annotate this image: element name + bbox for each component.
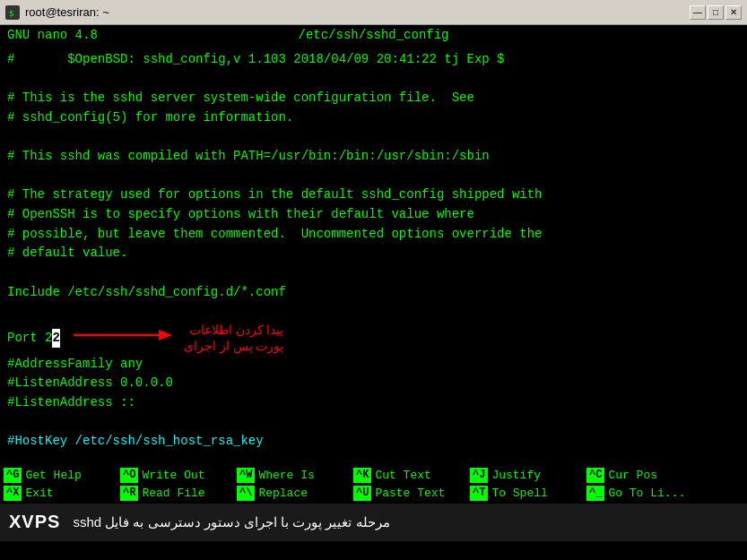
nano-filename: /etc/ssh/sshd_config: [199, 27, 548, 45]
nano-command-label: Cut Text: [375, 468, 430, 484]
xvps-logo: XVPS: [9, 512, 60, 532]
nano-command-key: ^R: [120, 486, 138, 501]
branding-description: مرحله تغییر پورت با اجرای دستور دسترسی ب…: [73, 514, 389, 530]
nano-command-label: Get Help: [25, 468, 81, 484]
nano-command-key: ^X: [4, 486, 22, 501]
nano-command-key: ^O: [120, 468, 138, 483]
nano-command-key: ^K: [353, 468, 371, 483]
nano-command-key: ^_: [586, 486, 604, 501]
title-bar-left: $ root@tesriran: ~: [5, 5, 109, 20]
minimize-button[interactable]: —: [690, 5, 706, 20]
nano-command: ^_Go To Li...: [583, 485, 699, 503]
title-bar: $ root@tesriran: ~ — □ ✕: [0, 0, 747, 25]
port-annotation: پیدا کردن اطلاعاتپورت پس از اجرای: [184, 322, 284, 354]
nano-command-label: Go To Li...: [608, 486, 685, 502]
window-controls: — □ ✕: [690, 5, 742, 20]
red-arrow-icon: [69, 324, 177, 353]
close-button[interactable]: ✕: [725, 5, 742, 20]
nano-command-label: Write Out: [142, 468, 204, 484]
nano-command: ^\Replace: [233, 485, 350, 503]
terminal-icon: $: [5, 5, 20, 20]
editor-line: # $OpenBSD: sshd_config,v 1.103 2018/04/…: [7, 50, 740, 70]
editor-line: # sshd_config(5) for more information.: [7, 108, 740, 128]
nano-command: ^JJustify: [466, 467, 583, 485]
editor-line: [7, 167, 740, 186]
editor-line: Include /etc/ssh/sshd_config.d/*.conf: [7, 283, 740, 303]
editor-line: # OpenSSH is to specify options with the…: [7, 205, 740, 225]
logo-x: X: [9, 512, 22, 531]
nano-command: ^OWrite Out: [117, 467, 233, 485]
editor-line: #HostKey /etc/ssh/ssh_host_rsa_key: [7, 432, 740, 452]
editor-line: [7, 413, 740, 433]
logo-vps: VPS: [22, 512, 60, 531]
nano-command-label: Cur Pos: [608, 468, 657, 484]
nano-command-label: Exit: [25, 486, 53, 502]
nano-command: ^TTo Spell: [466, 485, 583, 503]
nano-command: ^KCut Text: [350, 467, 466, 485]
maximize-button[interactable]: □: [708, 5, 724, 20]
port-cursor: 2: [52, 329, 59, 349]
nano-command-key: ^J: [470, 468, 488, 483]
nano-command: ^XExit: [0, 485, 117, 503]
editor-line: #ListenAddress ::: [7, 393, 740, 413]
nano-command-label: Justify: [491, 468, 541, 484]
editor-line: [7, 127, 740, 147]
nano-command-key: ^\: [237, 486, 255, 501]
port-line: Port 22 پیدا کردن اطلاعاتپورت پس از اجرا…: [7, 322, 740, 354]
svg-text:$: $: [9, 9, 13, 18]
window-title: root@tesriran: ~: [25, 5, 109, 19]
svg-marker-3: [159, 330, 172, 340]
nano-command-label: Replace: [258, 486, 308, 502]
nano-command: ^UPaste Text: [350, 485, 466, 503]
branding-bar: XVPS مرحله تغییر پورت با اجرای دستور دست…: [0, 504, 747, 541]
nano-command-key: ^G: [4, 468, 22, 483]
editor-content[interactable]: # $OpenBSD: sshd_config,v 1.103 2018/04/…: [0, 47, 747, 466]
port-prefix: Port 2: [7, 329, 52, 349]
nano-command-key: ^C: [586, 468, 604, 483]
editor-line: [7, 303, 740, 323]
nano-command: ^CCur Pos: [583, 467, 699, 485]
nano-command-label: To Spell: [491, 486, 547, 502]
editor-line: [7, 263, 740, 283]
editor-line: # default value.: [7, 244, 740, 263]
editor-line: # This is the sshd server system-wide co…: [7, 89, 740, 108]
nano-command: ^RRead File: [117, 485, 233, 503]
editor-line: #AddressFamily any: [7, 355, 740, 375]
nano-command-label: Read File: [142, 486, 204, 502]
nano-command-key: ^U: [353, 486, 371, 501]
nano-command-key: ^W: [237, 468, 255, 483]
nano-version: GNU nano 4.8: [7, 27, 181, 45]
editor-line: #ListenAddress 0.0.0.0: [7, 374, 740, 393]
nano-command-key: ^T: [470, 486, 488, 501]
nano-command-label: Where Is: [258, 468, 314, 484]
nano-command: ^GGet Help: [0, 467, 117, 485]
nano-header: GNU nano 4.8 /etc/ssh/sshd_config: [0, 25, 747, 47]
editor-line: # possible, but leave them commented. Un…: [7, 225, 740, 245]
editor-line: [7, 69, 740, 89]
nano-command: ^WWhere Is: [233, 467, 350, 485]
nano-commands: ^GGet Help^OWrite Out^WWhere Is^KCut Tex…: [0, 466, 747, 504]
editor-line: # This sshd was compiled with PATH=/usr/…: [7, 147, 740, 167]
editor-line: # The strategy used for options in the d…: [7, 185, 740, 205]
nano-command-label: Paste Text: [375, 486, 445, 502]
terminal: GNU nano 4.8 /etc/ssh/sshd_config # $Ope…: [0, 25, 747, 504]
